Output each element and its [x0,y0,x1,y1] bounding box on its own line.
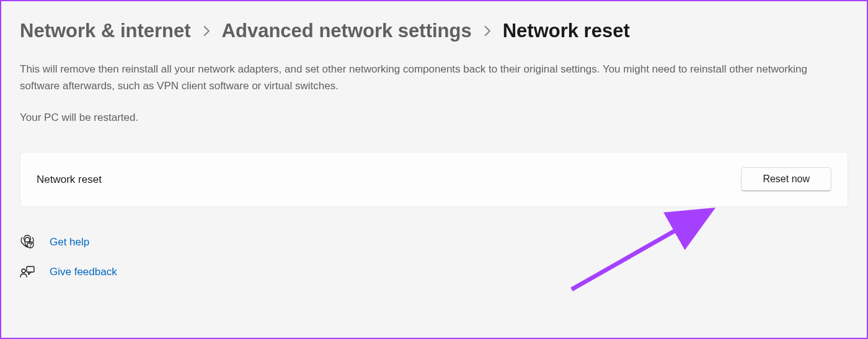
breadcrumb-item-reset: Network reset [503,20,630,42]
svg-rect-4 [27,266,34,272]
svg-point-3 [22,269,25,273]
get-help-link[interactable]: Get help [20,235,848,250]
reset-card-label: Network reset [37,174,102,186]
description-text: This will remove then reinstall all your… [20,61,838,94]
breadcrumb-item-network[interactable]: Network & internet [20,20,191,42]
give-feedback-link[interactable]: Give feedback [20,265,848,280]
help-links: Get help Give feedback [20,235,848,280]
breadcrumb: Network & internet Advanced network sett… [20,20,848,42]
help-icon [20,235,35,250]
reset-card: Network reset Reset now [20,152,848,207]
restart-note-text: Your PC will be restarted. [20,112,848,124]
svg-point-2 [30,247,31,248]
reset-now-button[interactable]: Reset now [741,167,831,192]
get-help-label: Get help [50,236,89,249]
give-feedback-label: Give feedback [50,266,117,278]
chevron-right-icon [483,25,492,37]
breadcrumb-item-advanced[interactable]: Advanced network settings [222,20,472,42]
chevron-right-icon [202,25,211,37]
feedback-icon [20,265,35,280]
